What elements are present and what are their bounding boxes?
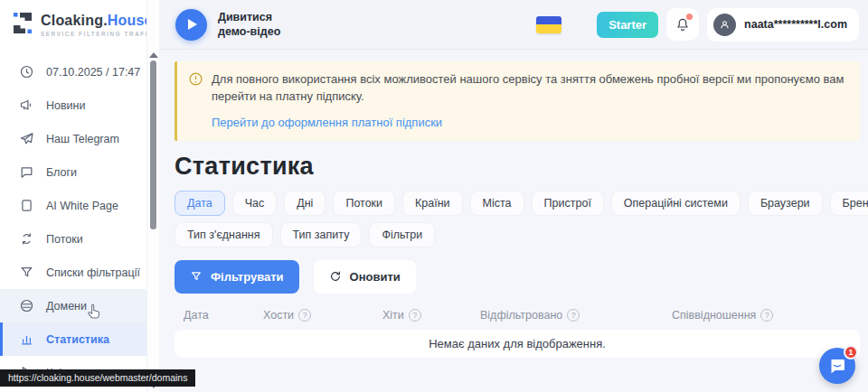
page-icon xyxy=(19,198,34,213)
tab-brands[interactable]: Бренди xyxy=(830,191,868,216)
sidebar-item-domains[interactable]: Домени xyxy=(0,289,146,322)
sidebar-item-news[interactable]: Новини xyxy=(0,89,146,122)
table-header-row: Дата Хости? Хіти? Відфільтровано? Співві… xyxy=(175,309,860,322)
sidebar-item-filter-lists[interactable]: Списки фільтрації xyxy=(0,256,146,289)
sidebar-scrollbar[interactable] xyxy=(146,0,159,392)
column-header-ratio: Співвідношення? xyxy=(672,309,773,322)
main-area: Дивитися демо-відео Starter naata*******… xyxy=(159,0,868,392)
column-header-date: Дата xyxy=(184,309,263,322)
link-preview-statusbar: https://cloaking.house/webmaster/domains xyxy=(0,369,195,387)
topbar: Дивитися демо-відео Starter naata*******… xyxy=(159,0,868,50)
tab-request-type[interactable]: Тип запиту xyxy=(280,222,363,247)
help-icon[interactable]: ? xyxy=(760,309,773,322)
mouse-cursor xyxy=(86,303,101,322)
tab-devices[interactable]: Пристрої xyxy=(532,191,604,216)
brand-name: Cloaking.House xyxy=(41,13,153,28)
sidebar-nav: 07.10.2025 / 17:47 Новини Наш Telegram Б… xyxy=(0,55,146,389)
help-icon[interactable]: ? xyxy=(409,309,421,322)
sidebar-item-datetime: 07.10.2025 / 17:47 xyxy=(0,55,146,89)
content: Для повного використання всіх можливосте… xyxy=(159,50,868,392)
chat-unread-badge: 1 xyxy=(844,345,858,359)
chat-bubble-icon xyxy=(19,164,34,180)
watch-demo-button[interactable]: Дивитися демо-відео xyxy=(175,9,280,41)
user-email: naata**********l.com xyxy=(744,18,847,31)
notifications-button[interactable] xyxy=(666,8,699,41)
globe-icon xyxy=(19,298,34,313)
scroll-up-arrow[interactable] xyxy=(149,52,158,58)
column-header-filtered: Відфільтровано? xyxy=(480,309,672,322)
sidebar: Cloaking.House SERVICE FILTERING TRAFFIC… xyxy=(0,0,146,392)
warning-icon xyxy=(189,72,203,86)
watch-demo-label: Дивитися демо-відео xyxy=(218,10,280,40)
logo-icon xyxy=(12,11,33,39)
refresh-icon xyxy=(329,270,342,283)
tab-cities[interactable]: Міста xyxy=(470,191,524,216)
actions-row: Фільтрувати Оновити xyxy=(175,260,860,294)
tab-operating-systems[interactable]: Операційні системи xyxy=(611,191,741,216)
avatar xyxy=(713,14,736,36)
sidebar-item-ai-white-page[interactable]: AI White Page xyxy=(0,189,146,222)
refresh-button[interactable]: Оновити xyxy=(314,260,416,294)
bar-chart-icon xyxy=(19,331,34,347)
chat-smile-icon xyxy=(828,357,846,375)
chat-widget-button[interactable]: 1 xyxy=(819,348,855,384)
sidebar-item-blogs[interactable]: Блоги xyxy=(0,155,146,189)
scrollbar-thumb[interactable] xyxy=(150,61,156,229)
help-icon[interactable]: ? xyxy=(298,309,311,322)
funnel-icon xyxy=(190,270,203,283)
app-window: Cloaking.House SERVICE FILTERING TRAFFIC… xyxy=(0,0,868,392)
tab-streams[interactable]: Потоки xyxy=(333,191,395,216)
plan-badge-button[interactable]: Starter xyxy=(597,12,658,38)
tab-filters[interactable]: Фільтри xyxy=(369,222,435,247)
logo[interactable]: Cloaking.House SERVICE FILTERING TRAFFIC xyxy=(0,0,146,48)
sidebar-item-statistics[interactable]: Статистика xyxy=(0,322,146,356)
notification-dot xyxy=(686,14,693,20)
page-title: Статистика xyxy=(175,153,860,181)
tab-countries[interactable]: Країни xyxy=(402,191,463,216)
help-icon[interactable]: ? xyxy=(567,309,580,322)
tab-days[interactable]: Дні xyxy=(284,191,326,216)
tabs-row-1: Дата Час Дні Потоки Країни Міста Пристро… xyxy=(175,191,860,216)
subscription-link[interactable]: Перейти до оформлення платної підписки xyxy=(212,116,442,129)
paper-plane-icon xyxy=(19,131,34,146)
user-account-button[interactable]: naata**********l.com xyxy=(707,8,859,42)
tab-time[interactable]: Час xyxy=(232,191,278,216)
sidebar-item-telegram[interactable]: Наш Telegram xyxy=(0,122,146,155)
funnel-icon xyxy=(19,265,34,280)
banner-text: Для повного використання всіх можливосте… xyxy=(212,71,847,106)
clock-icon xyxy=(19,64,34,79)
trial-warning-banner: Для повного використання всіх можливосте… xyxy=(175,61,860,141)
person-icon xyxy=(719,19,731,31)
language-flag-ukraine[interactable] xyxy=(536,16,561,33)
filter-button[interactable]: Фільтрувати xyxy=(175,260,299,294)
column-header-hits: Хіти? xyxy=(382,309,480,322)
table-empty-state: Немає даних для відображення. xyxy=(175,330,860,358)
column-header-hosts: Хости? xyxy=(263,309,382,322)
tabs-row-2: Тип з'єднання Тип запиту Фільтри xyxy=(175,222,860,247)
tab-browsers[interactable]: Браузери xyxy=(748,191,823,216)
sidebar-item-streams[interactable]: Потоки xyxy=(0,222,146,256)
play-icon[interactable] xyxy=(175,9,207,41)
megaphone-icon xyxy=(19,98,34,113)
tab-date[interactable]: Дата xyxy=(175,191,225,216)
tab-connection-type[interactable]: Тип з'єднання xyxy=(175,222,273,247)
loop-arrows-icon xyxy=(19,231,34,247)
brand-subtitle: SERVICE FILTERING TRAFFIC xyxy=(41,31,159,37)
